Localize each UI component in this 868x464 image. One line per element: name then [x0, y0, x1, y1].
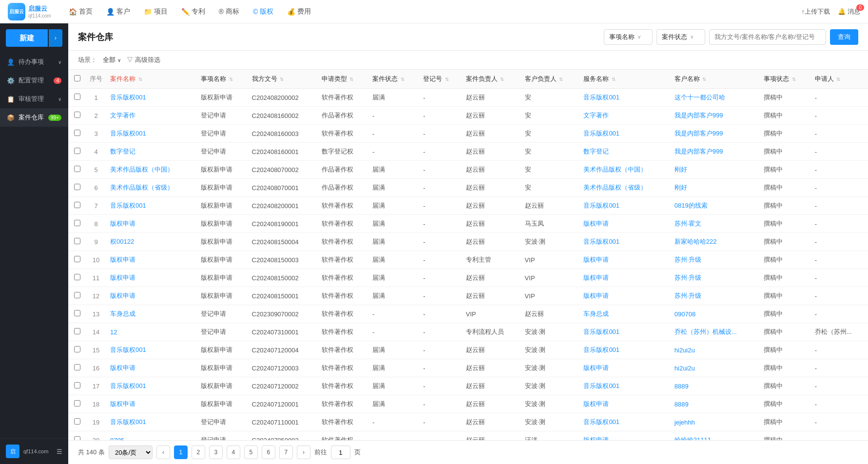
page-4-button[interactable]: 4: [227, 445, 240, 459]
row-service-name[interactable]: 数字登记: [579, 143, 670, 161]
row-service-name[interactable]: 音乐版权001: [579, 89, 670, 107]
sidebar-item-review[interactable]: 📋 审核管理 ∨: [0, 90, 68, 108]
row-case-name[interactable]: 版权申请: [106, 287, 197, 305]
row-case-name[interactable]: 文学著作: [106, 107, 197, 125]
row-checkbox[interactable]: [74, 94, 80, 100]
scene-select[interactable]: 全部 ∨: [103, 56, 121, 64]
new-button-dropdown[interactable]: ›: [49, 29, 62, 47]
page-2-button[interactable]: 2: [192, 445, 205, 459]
row-checkbox[interactable]: [74, 274, 80, 280]
row-checkbox[interactable]: [74, 112, 80, 118]
advanced-filter-button[interactable]: ▽ 高级筛选: [127, 56, 160, 64]
row-client-name[interactable]: 我是内部客户999: [671, 125, 760, 143]
row-case-name[interactable]: 0705: [106, 431, 197, 441]
row-service-name[interactable]: 车身总成: [579, 305, 670, 323]
row-case-name[interactable]: 音乐版权001: [106, 89, 197, 107]
page-size-select[interactable]: 20条/页 50条/页 100条/页: [109, 445, 153, 459]
row-case-name[interactable]: 版权申请: [106, 359, 197, 377]
row-case-name[interactable]: 音乐版权001: [106, 197, 197, 215]
row-client-name[interactable]: 苏州·升级: [671, 251, 760, 269]
row-service-name[interactable]: 音乐版权001: [579, 233, 670, 251]
page-6-button[interactable]: 6: [262, 445, 275, 459]
row-service-name[interactable]: 音乐版权001: [579, 125, 670, 143]
row-service-name[interactable]: 版权申请: [579, 431, 670, 441]
nav-customer[interactable]: 👤 客户: [100, 4, 136, 19]
menu-icon[interactable]: ☰: [57, 448, 62, 455]
row-case-name[interactable]: 版权申请: [106, 269, 197, 287]
row-client-name[interactable]: hi2ui2u: [671, 341, 760, 359]
select-all-checkbox[interactable]: [74, 75, 80, 81]
row-service-name[interactable]: 版权申请: [579, 359, 670, 377]
row-checkbox[interactable]: [74, 292, 80, 298]
row-client-name[interactable]: 哈哈哈21111: [671, 431, 760, 441]
row-client-name[interactable]: 8889: [671, 395, 760, 413]
page-3-button[interactable]: 3: [209, 445, 223, 459]
row-case-name[interactable]: 12: [106, 323, 197, 341]
prev-page-button[interactable]: ‹: [156, 445, 170, 459]
row-checkbox[interactable]: [74, 382, 80, 388]
row-checkbox[interactable]: [74, 220, 80, 226]
row-client-name[interactable]: 这个十一都公司哈: [671, 89, 760, 107]
row-client-name[interactable]: 刚好: [671, 161, 760, 179]
sidebar-item-cases[interactable]: 📦 案件仓库 99+: [0, 108, 68, 127]
row-checkbox[interactable]: [74, 364, 80, 370]
row-service-name[interactable]: 版权申请: [579, 269, 670, 287]
row-client-name[interactable]: 0819的线索: [671, 197, 760, 215]
row-service-name[interactable]: 版权申请: [579, 395, 670, 413]
nav-home[interactable]: 🏠 首页: [63, 4, 98, 19]
new-button[interactable]: 新建: [6, 29, 48, 47]
row-service-name[interactable]: 音乐版权001: [579, 341, 670, 359]
row-client-name[interactable]: 新家哈哈哈222: [671, 233, 760, 251]
row-checkbox[interactable]: [74, 346, 80, 352]
row-checkbox[interactable]: [74, 202, 80, 208]
row-case-name[interactable]: 音乐版权001: [106, 413, 197, 431]
row-service-name[interactable]: 文字著作: [579, 107, 670, 125]
search-button[interactable]: 查询: [830, 29, 858, 45]
row-client-name[interactable]: 苏州·升级: [671, 269, 760, 287]
row-service-name[interactable]: 版权申请: [579, 215, 670, 233]
row-case-name[interactable]: 版权申请: [106, 251, 197, 269]
row-checkbox[interactable]: [74, 256, 80, 262]
matter-name-select[interactable]: 事项名称 ∨: [604, 29, 653, 45]
row-client-name[interactable]: jejehhh: [671, 413, 760, 431]
nav-patent[interactable]: ✏️ 专利: [175, 4, 211, 19]
nav-trademark[interactable]: ® 商标: [213, 4, 245, 19]
row-service-name[interactable]: 音乐版权001: [579, 377, 670, 395]
row-client-name[interactable]: 090708: [671, 305, 760, 323]
nav-copyright[interactable]: © 版权: [247, 4, 279, 19]
row-client-name[interactable]: 苏州·升级: [671, 287, 760, 305]
row-client-name[interactable]: 我是内部客户999: [671, 107, 760, 125]
row-service-name[interactable]: 音乐版权001: [579, 323, 670, 341]
row-checkbox[interactable]: [74, 238, 80, 244]
row-checkbox[interactable]: [74, 130, 80, 136]
case-status-select[interactable]: 案件状态 ∨: [656, 29, 705, 45]
row-case-name[interactable]: 车身总成: [106, 305, 197, 323]
message-button[interactable]: 🔔 消息 0: [838, 7, 860, 16]
row-checkbox[interactable]: [74, 310, 80, 316]
row-client-name[interactable]: 苏州·霍文: [671, 215, 760, 233]
row-client-name[interactable]: 乔松（苏州）机械设...: [671, 323, 760, 341]
nav-fees[interactable]: 💰 费用: [281, 4, 317, 19]
row-service-name[interactable]: 音乐版权001: [579, 413, 670, 431]
row-checkbox[interactable]: [74, 400, 80, 406]
row-checkbox[interactable]: [74, 328, 80, 334]
row-checkbox[interactable]: [74, 184, 80, 190]
row-case-name[interactable]: 美术作品版权（中国）: [106, 161, 197, 179]
row-service-name[interactable]: 音乐版权001: [579, 197, 670, 215]
row-case-name[interactable]: 数字登记: [106, 143, 197, 161]
row-checkbox[interactable]: [74, 166, 80, 172]
sidebar-item-config[interactable]: ⚙️ 配置管理 4: [0, 71, 68, 90]
row-case-name[interactable]: 音乐版权001: [106, 125, 197, 143]
row-checkbox[interactable]: [74, 148, 80, 154]
row-service-name[interactable]: 版权申请: [579, 251, 670, 269]
row-checkbox[interactable]: [74, 418, 80, 425]
row-case-name[interactable]: 权00122: [106, 233, 197, 251]
row-client-name[interactable]: 8889: [671, 377, 760, 395]
row-checkbox[interactable]: [74, 436, 80, 440]
row-service-name[interactable]: 美术作品版权（中国）: [579, 161, 670, 179]
row-client-name[interactable]: 我是内部客户999: [671, 143, 760, 161]
row-case-name[interactable]: 美术作品版权（省级）: [106, 179, 197, 197]
goto-page-input[interactable]: [331, 445, 350, 459]
row-case-name[interactable]: 音乐版权001: [106, 377, 197, 395]
sidebar-item-todo[interactable]: 👤 待办事项 ∨: [0, 53, 68, 71]
